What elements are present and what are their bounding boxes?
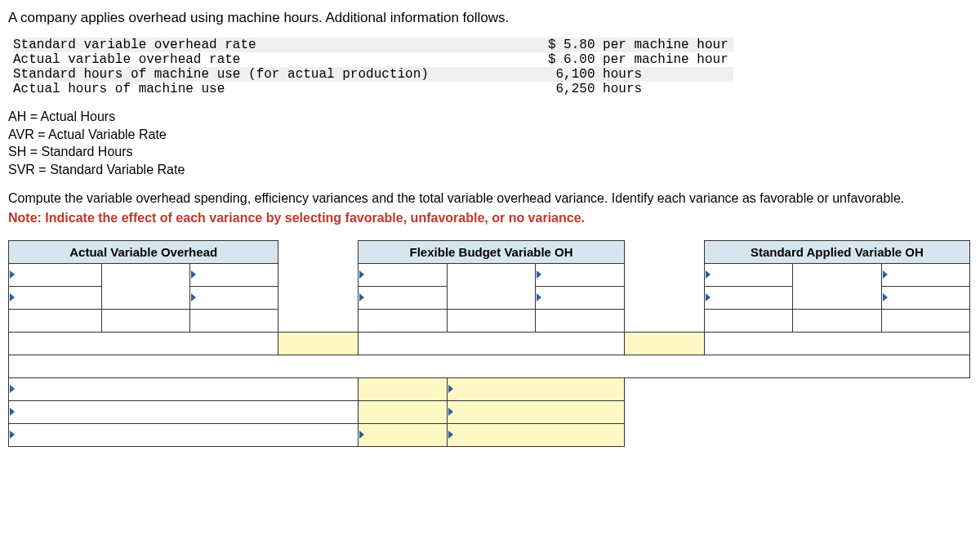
variance-effect-select[interactable]: [447, 423, 624, 446]
select-cell[interactable]: [536, 263, 624, 286]
header-actual: Actual Variable Overhead: [9, 240, 278, 263]
select-cell[interactable]: [536, 286, 624, 309]
spacer: [624, 309, 704, 332]
input-cell[interactable]: [447, 309, 535, 332]
variance-amount-select[interactable]: [359, 423, 447, 446]
info-table: Standard variable overhead rate $ 5.80 p…: [13, 38, 733, 96]
spacer: [624, 423, 969, 446]
spacer: [624, 240, 704, 263]
info-value: 6,100 hours: [434, 67, 733, 82]
info-label: Actual hours of machine use: [13, 82, 434, 96]
question-text: A company applies overhead using machine…: [8, 10, 972, 26]
info-value: $ 6.00 per machine hour: [434, 52, 733, 67]
select-cell[interactable]: [189, 286, 278, 309]
spacer: [278, 309, 359, 332]
spacer: [793, 286, 881, 309]
variance-amount[interactable]: [359, 377, 447, 400]
select-cell[interactable]: [359, 263, 447, 286]
spacer: [101, 286, 189, 309]
spacer: [101, 263, 189, 286]
spacer: [624, 377, 969, 400]
legend-line: SVR = Standard Variable Rate: [8, 161, 972, 179]
input-cell[interactable]: [101, 309, 189, 332]
spacer: [624, 286, 704, 309]
variance-label-select[interactable]: [9, 400, 359, 423]
legend-line: AVR = Actual Variable Rate: [8, 126, 972, 144]
input-cell[interactable]: [9, 309, 102, 332]
spacer: [447, 286, 535, 309]
worksheet-table: Actual Variable Overhead Flexible Budget…: [8, 240, 970, 447]
select-cell[interactable]: [704, 263, 792, 286]
total-cell[interactable]: [359, 332, 624, 355]
select-cell[interactable]: [189, 263, 278, 286]
select-cell[interactable]: [9, 286, 102, 309]
header-standard: Standard Applied Variable OH: [704, 240, 969, 263]
variance-label-select[interactable]: [9, 377, 359, 400]
full-row-cell[interactable]: [9, 355, 970, 377]
spacer: [624, 263, 704, 286]
legend-line: SH = Standard Hours: [8, 143, 972, 161]
spacer: [447, 263, 535, 286]
spacer: [278, 240, 359, 263]
info-label: Standard hours of machine use (for actua…: [13, 67, 434, 82]
header-flexible: Flexible Budget Variable OH: [359, 240, 624, 263]
compute-instruction: Compute the variable overhead spending, …: [8, 190, 972, 208]
legend: AH = Actual Hours AVR = Actual Variable …: [8, 108, 972, 178]
info-label: Actual variable overhead rate: [13, 52, 434, 67]
select-cell[interactable]: [359, 286, 447, 309]
variance-label-select[interactable]: [9, 423, 359, 446]
variance-amount[interactable]: [359, 400, 447, 423]
highlight-cell[interactable]: [624, 332, 704, 355]
input-cell[interactable]: [359, 309, 447, 332]
select-cell[interactable]: [704, 286, 792, 309]
input-cell[interactable]: [881, 309, 969, 332]
select-cell[interactable]: [9, 263, 102, 286]
variance-effect-select[interactable]: [447, 400, 624, 423]
input-cell[interactable]: [189, 309, 278, 332]
total-cell[interactable]: [704, 332, 969, 355]
info-value: $ 5.80 per machine hour: [434, 38, 733, 52]
note-text: Note: Indicate the effect of each varian…: [8, 211, 972, 225]
input-cell[interactable]: [536, 309, 624, 332]
variance-effect-select[interactable]: [447, 377, 624, 400]
spacer: [793, 263, 881, 286]
select-cell[interactable]: [881, 263, 969, 286]
legend-line: AH = Actual Hours: [8, 108, 972, 126]
total-cell[interactable]: [9, 332, 278, 355]
info-value: 6,250 hours: [434, 82, 733, 96]
input-cell[interactable]: [704, 309, 792, 332]
spacer: [624, 400, 969, 423]
info-label: Standard variable overhead rate: [13, 38, 434, 52]
highlight-cell[interactable]: [278, 332, 359, 355]
spacer: [278, 263, 359, 286]
select-cell[interactable]: [881, 286, 969, 309]
spacer: [278, 286, 359, 309]
input-cell[interactable]: [793, 309, 881, 332]
